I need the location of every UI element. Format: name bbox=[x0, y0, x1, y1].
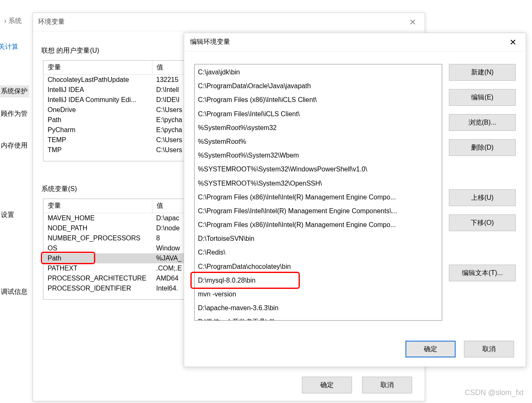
path-item[interactable]: %SystemRoot%\system32 bbox=[195, 121, 442, 135]
path-item[interactable]: D:\TortoiseSVN\bin bbox=[195, 232, 442, 245]
new-button[interactable]: 新建(N) bbox=[449, 64, 516, 81]
tab-admin[interactable]: 顾作为管 bbox=[0, 108, 29, 120]
close-icon[interactable]: ✕ bbox=[506, 36, 520, 49]
env-dialog-titlebar: 环境变量 ✕ bbox=[33, 13, 425, 31]
var-name-cell: TMP bbox=[43, 145, 152, 155]
var-name-cell: IntelliJ IDEA bbox=[43, 85, 152, 95]
path-item[interactable]: D:\微信web开发者工具\dll bbox=[195, 315, 442, 321]
path-item[interactable]: C:\Program Files (x86)\Intel\Intel(R) Ma… bbox=[195, 190, 442, 204]
move-up-button[interactable]: 上移(U) bbox=[449, 189, 516, 206]
path-item[interactable]: %SYSTEMROOT%\System32\OpenSSH\ bbox=[195, 176, 442, 190]
path-item[interactable]: %SystemRoot%\System32\Wbem bbox=[195, 148, 442, 162]
watermark: CSDN @slom_fxt bbox=[465, 388, 524, 397]
path-item[interactable]: C:\Redis\ bbox=[195, 245, 442, 259]
close-icon[interactable]: ✕ bbox=[406, 15, 420, 29]
system-properties-backdrop: › 系统 关计算 系统保护 顾作为管 内存使用 设置 调试信息 bbox=[0, 0, 33, 403]
edit-button[interactable]: 编辑(E) bbox=[449, 89, 516, 106]
edit-dialog-title: 编辑环境变量 bbox=[190, 38, 230, 46]
env-cancel-button[interactable]: 取消 bbox=[362, 377, 412, 393]
browse-button[interactable]: 浏览(B)... bbox=[449, 114, 516, 131]
var-name-cell: PROCESSOR_ARCHITECTURE bbox=[43, 273, 152, 283]
path-item[interactable]: C:\ProgramData\Oracle\Java\javapath bbox=[195, 79, 442, 93]
env-dialog-title: 环境变量 bbox=[38, 18, 65, 26]
var-name-cell: OS bbox=[43, 243, 152, 253]
env-ok-button[interactable]: 确定 bbox=[302, 377, 352, 393]
var-name-cell: Path bbox=[43, 253, 152, 263]
delete-button[interactable]: 删除(D) bbox=[449, 139, 516, 156]
path-item[interactable]: C:\ProgramData\chocolatey\bin bbox=[195, 260, 442, 273]
breadcrumb: › 系统 bbox=[4, 17, 22, 26]
edit-cancel-button[interactable]: 取消 bbox=[464, 341, 514, 357]
edit-dialog-button-row: 确定 取消 bbox=[405, 341, 514, 357]
edit-text-button[interactable]: 编辑文本(T)... bbox=[449, 265, 516, 281]
path-item[interactable]: C:\Program Files (x86)\Intel\Intel(R) Ma… bbox=[195, 218, 442, 232]
var-name-cell: PROCESSOR_IDENTIFIER bbox=[43, 283, 152, 293]
edit-side-buttons: 新建(N) 编辑(E) 浏览(B)... 删除(D) 上移(U) 下移(O) 编… bbox=[449, 64, 516, 281]
edit-env-var-dialog: 编辑环境变量 ✕ C:\java\jdk\binC:\ProgramData\O… bbox=[184, 33, 526, 367]
tab-memory[interactable]: 内存使用 bbox=[0, 140, 29, 152]
var-name-cell: IntelliJ IDEA Community Edi... bbox=[43, 95, 152, 105]
path-item[interactable]: C:\Program Files\Intel\Intel(R) Manageme… bbox=[195, 204, 442, 218]
var-name-cell: Path bbox=[43, 115, 152, 125]
user-col-variable[interactable]: 变量 bbox=[43, 61, 152, 75]
edit-dialog-titlebar: 编辑环境变量 ✕ bbox=[184, 33, 526, 51]
var-name-cell: PyCharm bbox=[43, 125, 152, 135]
tab-system-protect[interactable]: 系统保护 bbox=[0, 85, 29, 97]
path-item[interactable]: C:\java\jdk\bin bbox=[195, 65, 442, 79]
about-link[interactable]: 关计算 bbox=[0, 43, 18, 51]
env-dialog-button-row: 确定 取消 bbox=[302, 377, 412, 393]
edit-content-area: C:\java\jdk\binC:\ProgramData\Oracle\Jav… bbox=[194, 64, 442, 321]
path-listbox[interactable]: C:\java\jdk\binC:\ProgramData\Oracle\Jav… bbox=[194, 64, 442, 321]
var-name-cell: OneDrive bbox=[43, 105, 152, 115]
var-name-cell: NODE_PATH bbox=[43, 223, 152, 233]
path-item[interactable]: C:\Program Files (x86)\Intel\iCLS Client… bbox=[195, 93, 442, 107]
path-item[interactable]: D:\apache-maven-3.6.3\bin bbox=[195, 301, 442, 315]
var-name-cell: TEMP bbox=[43, 135, 152, 145]
path-item[interactable]: C:\Program Files\Intel\iCLS Client\ bbox=[195, 107, 442, 121]
var-name-cell: MAVEN_HOME bbox=[43, 213, 152, 224]
var-name-cell: PATHEXT bbox=[43, 263, 152, 273]
path-item[interactable]: mvn -version bbox=[195, 287, 442, 301]
edit-ok-button[interactable]: 确定 bbox=[405, 341, 456, 357]
move-down-button[interactable]: 下移(O) bbox=[449, 214, 516, 231]
path-item[interactable]: %SYSTEMROOT%\System32\WindowsPowerShell\… bbox=[195, 162, 442, 176]
path-item[interactable]: %SystemRoot% bbox=[195, 135, 442, 148]
var-name-cell: NUMBER_OF_PROCESSORS bbox=[43, 233, 152, 243]
tab-settings[interactable]: 设置 bbox=[0, 209, 29, 221]
tab-debug[interactable]: 调试信息 bbox=[0, 286, 29, 298]
path-item[interactable]: D:\mysql-8.0.28\bin bbox=[195, 273, 442, 287]
sys-col-variable[interactable]: 变量 bbox=[43, 199, 152, 213]
var-name-cell: ChocolateyLastPathUpdate bbox=[43, 75, 152, 85]
